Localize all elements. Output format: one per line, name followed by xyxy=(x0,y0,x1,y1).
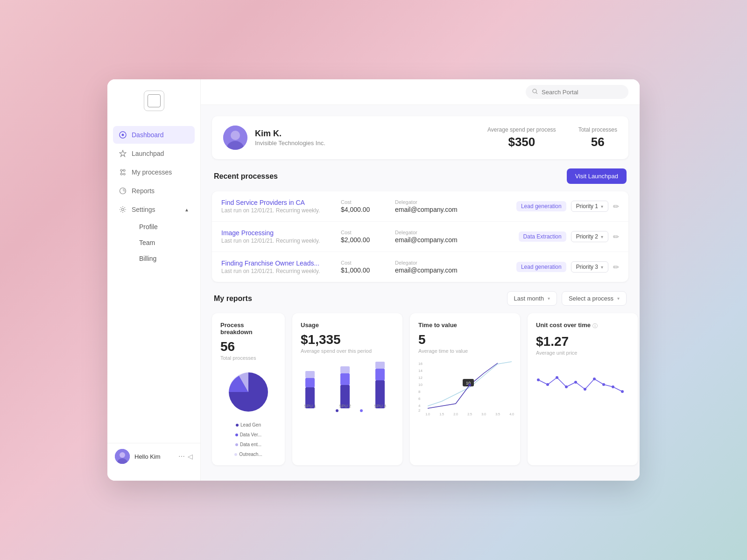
process-name-1[interactable]: Find Service Providers in CA xyxy=(221,199,333,206)
reports-icon xyxy=(119,187,127,195)
svg-rect-20 xyxy=(305,378,315,387)
svg-point-31 xyxy=(336,409,338,412)
search-icon xyxy=(532,88,538,96)
delegator-label-1: Delegator xyxy=(395,199,479,205)
delegator-label-3: Delegator xyxy=(395,260,479,266)
edit-icon-2[interactable]: ✏ xyxy=(613,232,619,241)
svg-text:3.5: 3.5 xyxy=(495,413,500,416)
processes-icon xyxy=(119,168,127,176)
sidebar-item-settings[interactable]: Settings ▲ xyxy=(113,201,195,218)
svg-text:12: 12 xyxy=(418,376,423,380)
priority-select-2[interactable]: Priority 2 ▾ xyxy=(571,231,608,242)
process-tags-1: Lead generation Priority 1 ▾ ✏ xyxy=(516,201,619,212)
process-tags-2: Data Extraction Priority 2 ▾ ✏ xyxy=(519,231,619,242)
edit-icon-3[interactable]: ✏ xyxy=(613,263,619,272)
svg-point-4 xyxy=(120,173,122,175)
charts-grid: Process breakdown 56 Total processes xyxy=(212,313,628,465)
settings-chevron-icon: ▲ xyxy=(184,207,189,212)
process-info-2: Image Processing Last run on 12/01/21. R… xyxy=(221,229,333,244)
avatar xyxy=(115,449,130,464)
pie-legend: Lead Gen Data Ver... Data ent... xyxy=(220,422,276,457)
ttv-chart: 16 14 12 10 8 6 4 2 xyxy=(418,359,512,417)
sidebar-item-team[interactable]: Team xyxy=(134,235,189,250)
legend-dot-4 xyxy=(234,453,237,456)
process-delegator-3: Delegator email@company.com xyxy=(395,260,479,274)
breakdown-sub: Total processes xyxy=(220,355,276,361)
svg-rect-24 xyxy=(340,366,350,373)
profile-info: Kim K. Invisible Technologies Inc. xyxy=(255,129,480,147)
priority-select-3[interactable]: Priority 3 ▾ xyxy=(571,261,608,273)
process-filter[interactable]: Select a process ▾ xyxy=(562,291,627,306)
priority-chevron-1: ▾ xyxy=(601,204,603,209)
launchpad-icon xyxy=(119,149,127,158)
unit-cost-sub: Average unit price xyxy=(536,350,629,356)
svg-text:6: 6 xyxy=(418,397,421,401)
cost-label-2: Cost xyxy=(341,230,388,235)
svg-text:SPU 3: SPU 3 xyxy=(374,404,386,408)
svg-point-1 xyxy=(122,134,124,136)
logo-inner-icon xyxy=(148,94,161,107)
svg-text:SPU 2: SPU 2 xyxy=(339,404,351,408)
usage-sub: Average spend over this period xyxy=(301,348,394,354)
more-icon[interactable]: ⋯ xyxy=(178,453,185,460)
sidebar-item-billing[interactable]: Billing xyxy=(134,251,189,266)
breakdown-value: 56 xyxy=(220,339,276,354)
delegator-value-2: email@company.com xyxy=(395,236,479,244)
process-cost-1: Cost $4,000.00 xyxy=(341,199,388,213)
legend-label-2: Data Ver... xyxy=(240,432,262,437)
sidebar-item-settings-label: Settings xyxy=(132,206,155,213)
legend-dot-2 xyxy=(235,434,238,436)
unit-cost-card: Unit cost over time ⓘ $1.27 Average unit… xyxy=(528,313,638,465)
sidebar-item-dashboard[interactable]: Dashboard xyxy=(113,126,195,144)
process-name-2[interactable]: Image Processing xyxy=(221,229,333,237)
svg-point-54 xyxy=(565,385,568,388)
edit-icon-1[interactable]: ✏ xyxy=(613,202,619,211)
processes-card: Find Service Providers in CA Last run on… xyxy=(212,191,628,282)
avg-spend-label: Average spend per process xyxy=(487,126,556,133)
process-name-3[interactable]: Finding Franchise Owner Leads... xyxy=(221,259,333,267)
svg-rect-27 xyxy=(375,362,385,369)
cost-label-1: Cost xyxy=(341,199,388,205)
svg-point-13 xyxy=(533,89,536,93)
svg-text:14: 14 xyxy=(418,369,423,373)
visit-launchpad-button[interactable]: Visit Launchpad xyxy=(567,168,627,184)
svg-text:2.5: 2.5 xyxy=(467,413,472,416)
sidebar-item-my-processes[interactable]: My processes xyxy=(113,163,195,181)
svg-point-53 xyxy=(556,376,558,379)
recent-processes-title: Recent processes xyxy=(214,172,278,181)
svg-text:1.0: 1.0 xyxy=(425,413,430,416)
legend-label-4: Outreach... xyxy=(239,452,262,457)
search-input[interactable] xyxy=(542,89,622,96)
info-icon: ⓘ xyxy=(592,322,598,329)
svg-point-16 xyxy=(231,131,240,140)
profile-name: Kim K. xyxy=(255,129,480,139)
app-window: Dashboard Launchpad xyxy=(107,79,640,481)
legend-item: Data Ver... xyxy=(235,432,262,437)
svg-text:16: 16 xyxy=(418,362,423,366)
sidebar-item-launchpad[interactable]: Launchpad xyxy=(113,145,195,162)
unit-cost-value: $1.27 xyxy=(536,334,629,349)
search-box[interactable] xyxy=(526,85,628,99)
sidebar-item-reports[interactable]: Reports xyxy=(113,182,195,200)
period-filter[interactable]: Last month ▾ xyxy=(507,291,557,306)
svg-text:8: 8 xyxy=(418,390,421,394)
priority-value-2: Priority 2 xyxy=(576,233,598,240)
svg-rect-21 xyxy=(305,371,315,378)
audio-icon[interactable]: ◁ xyxy=(188,453,193,460)
sidebar-item-reports-label: Reports xyxy=(132,187,155,195)
usage-bar-chart: SPU 1 SPU 2 SPU 3 xyxy=(301,359,394,410)
usage-value: $1,335 xyxy=(301,332,394,347)
svg-text:10: 10 xyxy=(418,383,423,387)
svg-text:3.0: 3.0 xyxy=(481,413,486,416)
svg-text:2.0: 2.0 xyxy=(453,413,458,416)
sidebar-item-profile[interactable]: Profile xyxy=(134,219,189,234)
reports-header: My reports Last month ▾ Select a process… xyxy=(212,291,628,306)
ttv-sub: Average time to value xyxy=(418,348,512,354)
profile-header: Kim K. Invisible Technologies Inc. Avera… xyxy=(212,116,628,159)
delegator-value-1: email@company.com xyxy=(395,206,479,213)
sidebar-item-launchpad-label: Launchpad xyxy=(132,150,164,157)
legend-item: Data ent... xyxy=(235,442,261,447)
priority-chevron-2: ▾ xyxy=(601,234,603,239)
svg-text:4.0: 4.0 xyxy=(509,413,514,416)
priority-select-1[interactable]: Priority 1 ▾ xyxy=(571,201,608,212)
